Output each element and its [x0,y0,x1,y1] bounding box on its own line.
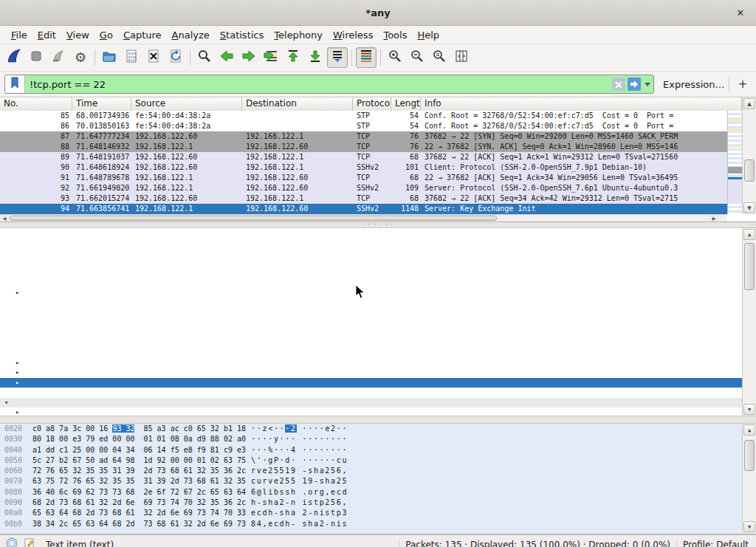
intelligent-scrollbar-minimap[interactable] [727,111,742,214]
scroll-up-icon[interactable] [743,98,755,109]
menu-item[interactable]: Tools [378,28,412,42]
zoom-original-button[interactable] [429,47,450,68]
menu-item[interactable]: Help [412,28,444,42]
detail-line[interactable]: [Calculated window size: 29056] [0,308,756,318]
detail-line[interactable]: Window size value: 227 [0,298,756,309]
hex-row[interactable]: 0060 72 76 65 32 35 35 31 39 2d 73 68 61… [0,466,756,476]
scrollbar-thumb[interactable] [744,159,755,182]
packet-row[interactable]: 87 71.647777234 192.168.122.60 192.168.1… [0,131,727,142]
detail-line[interactable]: [Stream index: 0] [0,228,756,238]
detail-line[interactable]: Urgent pointer: 0 [0,348,756,358]
hex-row[interactable]: 0080 36 40 6c 69 62 73 73 68 2e 6f 72 67… [0,487,756,498]
hex-row[interactable]: 0070 63 75 72 76 65 32 35 35 31 39 2d 73… [0,476,756,486]
open-file-button[interactable] [99,47,120,68]
detail-line[interactable]: Acknowledgment number: 34 (relative ack … [0,268,756,278]
packet-row[interactable]: 92 71.661949820 192.168.122.1 192.168.12… [0,183,727,193]
menu-item[interactable]: Edit [32,28,61,42]
go-back-button[interactable] [216,47,237,68]
auto-scroll-button[interactable] [327,47,348,68]
find-packet-button[interactable] [194,47,215,68]
menu-item[interactable]: Telephony [269,28,328,42]
scroll-left-icon[interactable] [0,215,9,221]
capture-options-button[interactable]: ⚙ [70,47,91,68]
start-capture-button[interactable] [4,47,24,68]
expander-icon[interactable]: ▸ [16,378,19,388]
detail-line[interactable]: Sequence number: 42 (relative sequence n… [0,248,756,258]
menu-item[interactable]: Capture [118,28,167,42]
packet-list-horizontal-scrollbar[interactable] [0,214,727,221]
reload-file-button[interactable] [165,47,186,68]
packet-row[interactable]: 85 68.001734936 fe:54:00:d4:38:2a STP 54… [0,111,727,121]
detail-line[interactable]: ▸ Options: (12 bytes), No-Operation (NOP… [0,358,756,368]
packet-row[interactable]: 94 71.663856741 192.168.122.1 192.168.12… [0,204,727,214]
detail-line[interactable]: ▾ SSH Protocol [0,398,756,408]
detail-line[interactable]: [Next sequence number: 1122 (relative se… [0,258,756,269]
detail-line[interactable]: ▸ [SEQ/ACK analysis] [0,368,756,378]
detail-line[interactable]: [TCP Segment Len: 1080] [0,238,756,249]
pane-splitter[interactable] [0,416,756,424]
packet-list-vertical-scrollbar[interactable] [742,97,756,214]
hex-row[interactable]: 0090 68 2d 73 68 61 32 2d 6e 69 73 74 70… [0,498,756,508]
hex-row[interactable]: 00a0 65 63 64 68 2d 73 68 61 32 2d 6e 69… [0,508,756,518]
detail-line[interactable]: TCP payload (1080 bytes) [0,388,756,398]
expert-info-button[interactable] [6,537,18,547]
menu-item[interactable]: View [61,28,94,42]
expander-icon[interactable]: ▸ [16,407,19,416]
expander-icon[interactable]: ▾ [4,398,8,408]
detail-line[interactable]: [Window size scaling factor: 128] [0,318,756,328]
scroll-down-icon[interactable] [743,521,755,532]
restart-capture-button[interactable] [48,47,69,68]
scrollbar-thumb[interactable] [10,216,497,221]
packet-row[interactable]: 93 71.662015274 192.168.122.60 192.168.1… [0,193,727,204]
column-header-time[interactable]: Time [72,97,131,111]
detail-line[interactable]: Checksum: 0x79ed [unverified] [0,328,756,338]
hex-row[interactable]: 0020 c0 a8 7a 3c 00 16 93 32 85 a3 ac c0… [0,424,756,434]
pane-splitter[interactable] [0,222,756,228]
column-header-source[interactable]: Source [131,97,242,111]
save-file-button[interactable]: 010101100113 [121,47,142,68]
column-header-length[interactable]: Length [391,97,421,111]
filter-clear-button[interactable] [612,78,625,91]
filter-history-dropdown[interactable] [643,78,652,91]
menu-item[interactable]: Go [94,28,118,42]
scroll-up-icon[interactable] [743,229,755,240]
scroll-up-icon[interactable] [743,424,755,436]
menu-item[interactable]: Statistics [215,28,269,42]
resize-columns-button[interactable] [451,47,472,68]
go-forward-button[interactable] [238,47,259,68]
details-vertical-scrollbar[interactable] [742,228,756,416]
packet-row[interactable]: 89 71.648191037 192.168.122.60 192.168.1… [0,152,727,162]
hex-row[interactable]: 0030 80 18 00 e3 79 ed 00 00 01 01 08 0a… [0,434,756,444]
scroll-down-icon[interactable] [743,202,755,213]
zoom-in-button[interactable] [385,47,405,68]
menu-item[interactable]: File [6,28,32,42]
packet-row[interactable]: 88 71.648146932 192.168.122.1 192.168.12… [0,142,727,152]
close-file-button[interactable] [143,47,164,68]
display-filter-input[interactable] [25,79,612,90]
add-filter-button[interactable]: + [735,78,750,91]
filter-bookmark-button[interactable] [5,75,25,93]
scrollbar-thumb[interactable] [744,440,755,471]
detail-line[interactable]: ▸ SSH Version 2 (encryption:chacha20-pol… [0,407,756,416]
hex-row[interactable]: 0050 5c 27 b2 67 50 ad 64 98 1d 92 00 00… [0,455,756,466]
packet-row[interactable]: 86 70.013850163 fe:54:00:d4:38:2a STP 54… [0,121,727,131]
colorize-button[interactable] [356,47,377,68]
hex-row[interactable]: 0040 a1 dd c1 25 00 00 04 34 06 14 f5 e8… [0,445,756,455]
go-to-packet-button[interactable] [261,47,281,68]
zoom-out-button[interactable] [407,47,427,68]
hex-row[interactable]: 00b0 38 34 2c 65 63 64 68 2d 73 68 61 32… [0,519,756,529]
detail-line[interactable]: [Checksum Status: Unverified] [0,338,756,348]
bytes-vertical-scrollbar[interactable] [742,424,756,533]
menu-item[interactable]: Analyze [167,28,215,42]
stop-capture-button[interactable] [26,47,47,68]
filter-apply-button[interactable] [628,78,641,91]
column-header-no[interactable]: No. [0,97,72,111]
packet-row[interactable]: 91 71.648789678 192.168.122.1 192.168.12… [0,173,727,183]
expander-icon[interactable]: ▸ [16,358,19,368]
expander-icon[interactable]: ▸ [16,368,19,378]
column-header-destination[interactable]: Destination [242,97,353,111]
go-last-packet-button[interactable] [305,47,326,68]
capture-comment-button[interactable] [24,537,35,547]
packet-row[interactable]: 90 71.648618924 192.168.122.60 192.168.1… [0,162,727,173]
expression-button[interactable]: Expression… [663,79,725,90]
